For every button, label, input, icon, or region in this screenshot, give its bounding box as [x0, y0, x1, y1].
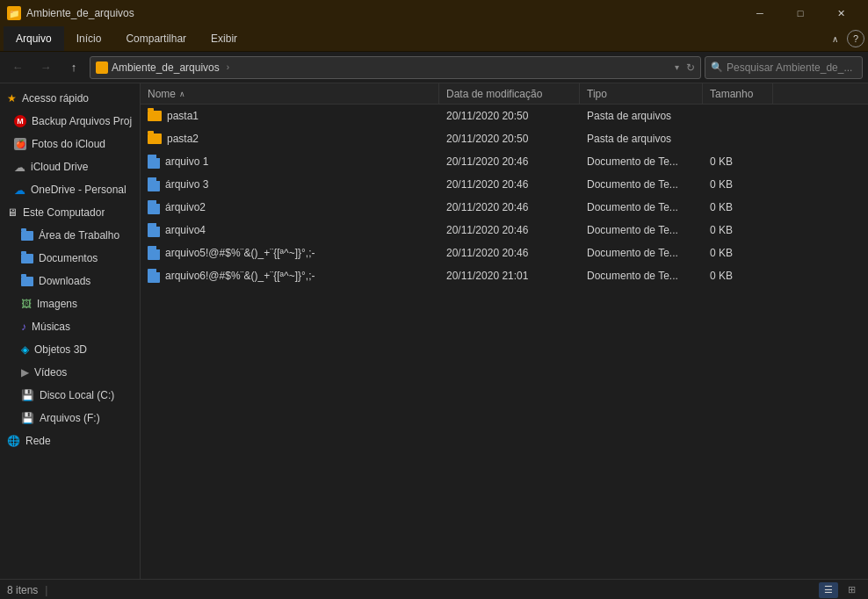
table-row[interactable]: pasta1 20/11/2020 20:50 Pasta de arquivo…: [141, 105, 868, 127]
sidebar-label-icloud-drive: iCloud Drive: [31, 161, 88, 173]
item-count: 8 itens: [7, 584, 38, 596]
file-type-cell: Pasta de arquivos: [580, 105, 703, 127]
sidebar-label-imagens: Imagens: [37, 298, 77, 310]
sidebar-item-fotos-icloud[interactable]: 🍎 Fotos do iCloud: [0, 133, 140, 155]
file-date-cell: 20/11/2020 20:46: [439, 219, 580, 242]
sidebar-item-objetos-3d[interactable]: ◈ Objetos 3D: [0, 338, 140, 361]
column-name[interactable]: Nome ∧: [141, 83, 439, 104]
table-row[interactable]: árquivo 3 20/11/2020 20:46 Documento de …: [141, 173, 868, 196]
sidebar-item-rede[interactable]: 🌐 Rede: [0, 429, 140, 452]
table-row[interactable]: arquivo4 20/11/2020 20:46 Documento de T…: [141, 219, 868, 242]
sidebar-label-rede: Rede: [25, 435, 51, 447]
tab-compartilhar[interactable]: Compartilhar: [113, 26, 199, 51]
file-date-cell: 20/11/2020 21:01: [439, 264, 580, 287]
file-size-cell: 0 KB: [703, 173, 773, 196]
column-type-label: Tipo: [587, 88, 607, 100]
ribbon-collapse-button[interactable]: ∧: [826, 30, 843, 47]
ribbon-tabs: Arquivo Início Compartilhar Exibir ∧ ?: [0, 26, 868, 51]
sidebar-item-documentos[interactable]: Documentos: [0, 247, 140, 270]
sidebar-label-documentos: Documentos: [39, 252, 98, 264]
minimize-button[interactable]: ─: [740, 0, 780, 26]
title-bar: 📁 Ambiente_de_arquivos ─ □ ✕: [0, 0, 868, 26]
table-row[interactable]: pasta2 20/11/2020 20:50 Pasta de arquivo…: [141, 127, 868, 150]
sidebar-item-disco-local[interactable]: 💾 Disco Local (C:): [0, 384, 140, 407]
ribbon: Arquivo Início Compartilhar Exibir ∧ ?: [0, 26, 868, 52]
folder-icon: [148, 111, 162, 121]
file-date-cell: 20/11/2020 20:46: [439, 196, 580, 219]
file-area: Nome ∧ Data de modificação Tipo Tamanho …: [141, 83, 868, 579]
file-size-cell: 0 KB: [703, 264, 773, 287]
details-view-button[interactable]: ☰: [819, 582, 838, 598]
music-icon: ♪: [21, 321, 26, 333]
close-button[interactable]: ✕: [821, 0, 861, 26]
maximize-button[interactable]: □: [780, 0, 821, 26]
address-dropdown-icon[interactable]: ▾: [675, 62, 679, 72]
sidebar-label-disco-local: Disco Local (C:): [40, 389, 114, 401]
doc-icon: [148, 246, 160, 260]
file-name-cell: arquivo6!@#$%¨&()_+¨{[ª^~]}°,;-: [141, 264, 439, 287]
file-type-cell: Documento de Te...: [580, 173, 703, 196]
images-icon: 🖼: [21, 298, 32, 310]
sidebar-label-este-computador: Este Computador: [23, 206, 105, 219]
star-icon: ★: [7, 92, 17, 105]
sidebar-label-fotos-icloud: Fotos do iCloud: [32, 138, 105, 150]
drive-c-icon: 💾: [21, 389, 34, 401]
file-name-cell: pasta2: [141, 127, 439, 150]
tab-inicio[interactable]: Início: [64, 26, 114, 51]
sidebar-item-onedrive[interactable]: ☁ OneDrive - Personal: [0, 178, 140, 201]
sidebar-label-objetos-3d: Objetos 3D: [34, 343, 87, 356]
column-date[interactable]: Data de modificação: [439, 83, 580, 104]
up-button[interactable]: ↑: [61, 55, 86, 80]
column-type[interactable]: Tipo: [580, 83, 703, 104]
column-size[interactable]: Tamanho: [703, 83, 773, 104]
file-date-cell: 20/11/2020 20:46: [439, 173, 580, 196]
file-type-cell: Documento de Te...: [580, 196, 703, 219]
search-bar[interactable]: 🔍 Pesquisar Ambiente_de_...: [705, 56, 863, 79]
title-bar-left: 📁 Ambiente_de_arquivos: [7, 6, 134, 20]
sidebar-item-videos[interactable]: ▶ Vídeos: [0, 361, 140, 384]
sidebar-item-acesso-rapido[interactable]: ★ Acesso rápido: [0, 87, 140, 110]
sidebar-item-area-trabalho[interactable]: Área de Trabalho: [0, 224, 140, 247]
file-name-cell: pasta1: [141, 105, 439, 127]
file-name-cell: arquivo5!@#$%¨&()_+¨{[ª^~]}°,;-: [141, 242, 439, 264]
sidebar-item-arquivos-f[interactable]: 💾 Arquivos (F:): [0, 407, 140, 429]
table-row[interactable]: arquivo5!@#$%¨&()_+¨{[ª^~]}°,;- 20/11/20…: [141, 242, 868, 264]
back-button[interactable]: ←: [5, 55, 30, 80]
sidebar-item-icloud-drive[interactable]: ☁ iCloud Drive: [0, 155, 140, 178]
table-row[interactable]: árquivo2 20/11/2020 20:46 Documento de T…: [141, 196, 868, 219]
doc-icon: [148, 155, 160, 169]
sidebar: ★ Acesso rápido M Backup Arquivos Proj 🍎…: [0, 83, 141, 579]
folder-down-icon: [21, 277, 33, 286]
file-name-cell: árquivo 3: [141, 173, 439, 196]
doc-icon: [148, 200, 160, 214]
ribbon-help-button[interactable]: ?: [847, 30, 864, 47]
search-placeholder: Pesquisar Ambiente_de_...: [727, 61, 852, 74]
cloud-icon: ☁: [14, 161, 25, 174]
forward-button[interactable]: →: [33, 55, 58, 80]
window-title: Ambiente_de_arquivos: [26, 7, 134, 19]
sidebar-item-downloads[interactable]: Downloads: [0, 270, 140, 292]
file-size-cell: 0 KB: [703, 196, 773, 219]
address-bar[interactable]: Ambiente_de_arquivos › ▾ ↻: [90, 56, 701, 79]
large-icon-view-button[interactable]: ⊞: [842, 582, 861, 598]
sidebar-item-este-computador[interactable]: 🖥 Este Computador: [0, 201, 140, 224]
sidebar-item-backup[interactable]: M Backup Arquivos Proj: [0, 110, 140, 133]
table-row[interactable]: arquivo 1 20/11/2020 20:46 Documento de …: [141, 150, 868, 173]
main-layout: ★ Acesso rápido M Backup Arquivos Proj 🍎…: [0, 83, 868, 579]
file-type-cell: Documento de Te...: [580, 219, 703, 242]
file-date-cell: 20/11/2020 20:46: [439, 150, 580, 173]
tab-arquivo[interactable]: Arquivo: [4, 26, 64, 51]
file-type-cell: Documento de Te...: [580, 150, 703, 173]
sidebar-label-arquivos-f: Arquivos (F:): [40, 412, 100, 424]
sidebar-label-backup: Backup Arquivos Proj: [32, 115, 132, 127]
sort-arrow-icon: ∧: [179, 90, 185, 98]
tab-exibir[interactable]: Exibir: [199, 26, 250, 51]
title-bar-buttons: ─ □ ✕: [740, 0, 861, 26]
table-row[interactable]: arquivo6!@#$%¨&()_+¨{[ª^~]}°,;- 20/11/20…: [141, 264, 868, 287]
file-size-cell: 0 KB: [703, 242, 773, 264]
address-refresh-icon[interactable]: ↻: [686, 61, 695, 74]
status-bar-right: ☰ ⊞: [819, 582, 861, 598]
3d-icon: ◈: [21, 343, 29, 356]
sidebar-item-musicas[interactable]: ♪ Músicas: [0, 315, 140, 338]
sidebar-item-imagens[interactable]: 🖼 Imagens: [0, 292, 140, 315]
